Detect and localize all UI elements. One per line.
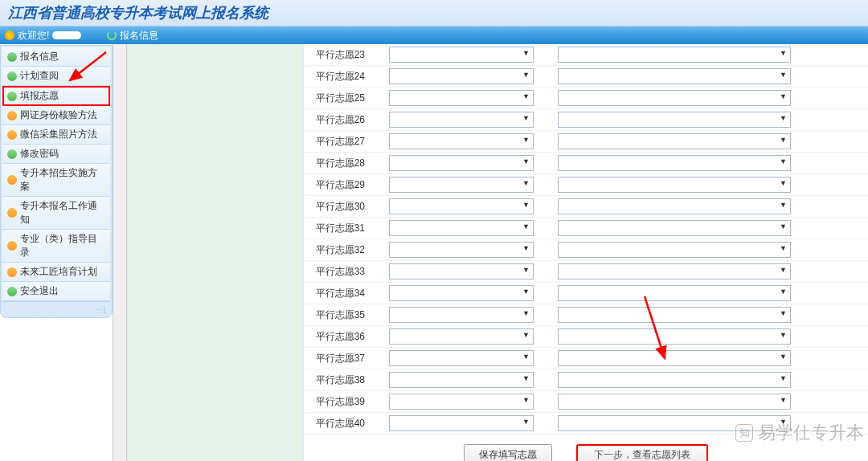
circle-orange-icon <box>7 175 17 185</box>
volunteer-row-33: 平行志愿33 <box>304 261 868 283</box>
app-title: 江西省普通高校专升本考试网上报名系统 <box>8 5 268 21</box>
circle-green-icon <box>7 52 17 62</box>
action-buttons-row: 保存填写志愿 下一步，查看志愿列表 <box>304 434 868 461</box>
school-select-32[interactable] <box>389 242 534 258</box>
row-label: 平行志愿25 <box>313 92 365 105</box>
sidebar-item-label: 专升本报名工作通知 <box>20 199 105 226</box>
main-container: 报名信息计划查阅填报志愿网证身份核验方法微信采集照片方法修改密码专升本招生实施方… <box>0 44 868 461</box>
major-select-32[interactable] <box>558 242 791 258</box>
row-label: 平行志愿29 <box>313 178 365 192</box>
school-select-33[interactable] <box>389 263 534 279</box>
circle-orange-icon <box>7 208 17 218</box>
school-select-34[interactable] <box>389 285 534 301</box>
school-select-29[interactable] <box>389 177 534 193</box>
row-label: 平行志愿34 <box>313 287 365 300</box>
major-select-40[interactable] <box>558 415 791 431</box>
welcome-text: 欢迎您! <box>18 29 49 43</box>
sidebar-item-6[interactable]: 专升本招生实施方案 <box>2 164 110 197</box>
row-label: 平行志愿26 <box>313 113 365 127</box>
major-select-39[interactable] <box>558 394 791 410</box>
sidebar-item-3[interactable]: 网证身份核验方法 <box>2 106 110 125</box>
school-select-23[interactable] <box>389 47 534 63</box>
school-select-25[interactable] <box>389 90 534 106</box>
school-select-27[interactable] <box>389 133 534 149</box>
volunteer-row-36: 平行志愿36 <box>304 326 868 348</box>
sidebar-item-label: 未来工匠培育计划 <box>20 265 97 279</box>
school-select-35[interactable] <box>389 307 534 323</box>
active-tab-label: 报名信息 <box>120 29 158 43</box>
sidebar-item-10[interactable]: 安全退出 <box>2 282 110 301</box>
row-label: 平行志愿40 <box>313 417 365 430</box>
sidebar-item-label: 计划查阅 <box>20 69 59 83</box>
sidebar-collapse[interactable]: →| <box>2 301 110 316</box>
major-select-24[interactable] <box>558 68 791 84</box>
sidebar-item-9[interactable]: 未来工匠培育计划 <box>2 263 110 282</box>
school-select-31[interactable] <box>389 220 534 236</box>
volunteer-row-23: 平行志愿23 <box>304 44 868 66</box>
major-select-29[interactable] <box>558 177 791 193</box>
major-select-33[interactable] <box>558 263 791 279</box>
volunteer-row-32: 平行志愿32 <box>304 239 868 261</box>
row-label: 平行志愿27 <box>313 135 365 149</box>
circle-green-icon <box>7 92 17 101</box>
major-select-34[interactable] <box>558 285 791 301</box>
tab-section[interactable]: 报名信息 <box>107 29 158 43</box>
left-info-panel <box>127 44 304 461</box>
sidebar-item-label: 报名信息 <box>20 50 59 63</box>
major-select-30[interactable] <box>558 198 791 214</box>
school-select-36[interactable] <box>389 328 534 345</box>
school-select-40[interactable] <box>389 415 534 431</box>
volunteer-row-26: 平行志愿26 <box>304 109 868 131</box>
major-select-26[interactable] <box>558 112 791 128</box>
sidebar-item-2[interactable]: 填报志愿 <box>2 86 110 106</box>
row-label: 平行志愿23 <box>313 48 365 62</box>
volunteer-row-38: 平行志愿38 <box>304 369 868 391</box>
sidebar-item-label: 网证身份核验方法 <box>20 108 97 122</box>
user-icon <box>5 31 14 40</box>
next-step-button[interactable]: 下一步，查看志愿列表 <box>576 444 708 461</box>
sidebar: 报名信息计划查阅填报志愿网证身份核验方法微信采集照片方法修改密码专升本招生实施方… <box>0 45 113 318</box>
content-area: 平行志愿23平行志愿24平行志愿25平行志愿26平行志愿27平行志愿28平行志愿… <box>127 44 868 461</box>
row-label: 平行志愿38 <box>313 373 365 387</box>
sidebar-item-7[interactable]: 专升本报名工作通知 <box>2 197 110 230</box>
volunteer-row-34: 平行志愿34 <box>304 283 868 304</box>
refresh-icon[interactable] <box>107 31 117 40</box>
volunteer-row-24: 平行志愿24 <box>304 66 868 88</box>
major-select-36[interactable] <box>558 328 791 345</box>
sidebar-item-8[interactable]: 专业（类）指导目录 <box>2 230 110 263</box>
sidebar-item-label: 修改密码 <box>20 147 59 161</box>
major-select-37[interactable] <box>558 350 791 366</box>
sidebar-item-1[interactable]: 计划查阅 <box>2 67 110 86</box>
circle-green-icon <box>7 149 17 159</box>
sidebar-item-5[interactable]: 修改密码 <box>2 145 110 164</box>
volunteer-form-panel: 平行志愿23平行志愿24平行志愿25平行志愿26平行志愿27平行志愿28平行志愿… <box>304 44 868 461</box>
major-select-28[interactable] <box>558 155 791 171</box>
school-select-24[interactable] <box>389 68 534 84</box>
vertical-splitter[interactable] <box>113 44 127 461</box>
username-redacted <box>52 31 81 39</box>
school-select-30[interactable] <box>389 198 534 214</box>
volunteer-row-27: 平行志愿27 <box>304 131 868 153</box>
circle-green-icon <box>7 287 17 296</box>
school-select-39[interactable] <box>389 394 534 410</box>
major-select-27[interactable] <box>558 133 791 149</box>
volunteer-row-40: 平行志愿40 <box>304 413 868 434</box>
major-select-31[interactable] <box>558 220 791 236</box>
save-button[interactable]: 保存填写志愿 <box>464 444 552 461</box>
row-label: 平行志愿36 <box>313 330 365 344</box>
major-select-38[interactable] <box>558 372 791 388</box>
school-select-38[interactable] <box>389 372 534 388</box>
school-select-37[interactable] <box>389 350 534 366</box>
school-select-28[interactable] <box>389 155 534 171</box>
circle-orange-icon <box>7 267 17 277</box>
major-select-35[interactable] <box>558 307 791 323</box>
row-label: 平行志愿24 <box>313 70 365 84</box>
major-select-23[interactable] <box>558 47 791 63</box>
sidebar-item-0[interactable]: 报名信息 <box>2 47 110 67</box>
volunteer-row-31: 平行志愿31 <box>304 218 868 239</box>
sidebar-item-label: 专业（类）指导目录 <box>20 232 105 259</box>
school-select-26[interactable] <box>389 112 534 128</box>
sidebar-item-4[interactable]: 微信采集照片方法 <box>2 125 110 145</box>
major-select-25[interactable] <box>558 90 791 106</box>
circle-orange-icon <box>7 111 17 120</box>
